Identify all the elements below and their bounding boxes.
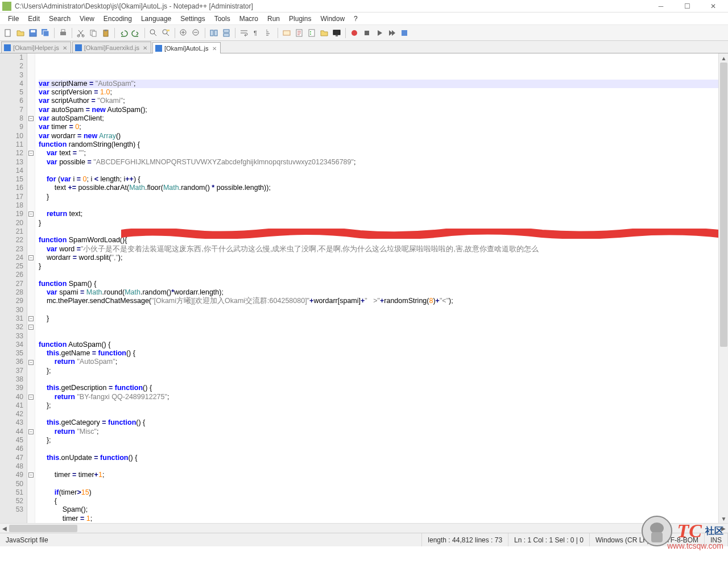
lang-button[interactable] — [281, 27, 292, 39]
zoom-out-button[interactable] — [191, 27, 202, 39]
indent-guide-button[interactable] — [263, 27, 275, 39]
monitor-button[interactable] — [331, 27, 342, 39]
code-line[interactable]: if(timer>15) — [39, 488, 728, 497]
replace-button[interactable] — [160, 27, 172, 39]
cut-button[interactable] — [75, 27, 86, 39]
code-line[interactable] — [39, 375, 728, 384]
menu-tools[interactable]: Tools — [210, 14, 235, 24]
code-line[interactable]: Spam(); — [39, 505, 728, 514]
code-line[interactable]: text += possible.charAt(Math.floor(Math.… — [39, 184, 728, 192]
code-line[interactable]: }; — [39, 367, 728, 375]
code-line[interactable]: timer = 1; — [39, 515, 728, 523]
code-line[interactable]: this.onUpdate = function() { — [39, 454, 728, 462]
scroll-right-arrow[interactable]: ▶ — [719, 524, 728, 533]
doc-map-button[interactable] — [293, 27, 305, 39]
code-line[interactable]: mc.thePlayer.sendChatMessage("[Okami方曦][… — [39, 297, 728, 305]
code-line[interactable]: } — [39, 314, 728, 323]
fold-toggle[interactable]: − — [28, 255, 34, 260]
code-line[interactable]: } — [39, 219, 728, 227]
code-line[interactable] — [39, 480, 728, 488]
code-line[interactable]: }; — [39, 401, 728, 410]
code-line[interactable]: var scriptName = "AutoSpam"; — [39, 80, 728, 88]
code-line[interactable]: var word ="小伙子是不是变着法装逼呢这废东西,你干什么武功这么慢,成米… — [39, 245, 728, 254]
code-line[interactable]: { — [39, 497, 728, 505]
stop-button[interactable] — [361, 27, 373, 39]
code-line[interactable]: var autoSpam = new AutoSpam(); — [39, 106, 728, 114]
code-line[interactable] — [39, 227, 728, 236]
code-line[interactable] — [39, 306, 728, 314]
tab-okamifauerxikdjs[interactable]: [Okami]Fauerxikd.js✕ — [72, 42, 151, 53]
play-button[interactable] — [374, 27, 385, 39]
fold-toggle[interactable]: − — [28, 395, 34, 400]
code-line[interactable]: var autoSpamClient; — [39, 114, 728, 123]
code-line[interactable]: var possible = "ABCDEFGHIJKLMNOPQRSTUVWX… — [39, 158, 728, 167]
tab-close-icon[interactable]: ✕ — [143, 45, 148, 51]
fold-toggle[interactable]: − — [28, 151, 34, 156]
menu-language[interactable]: Language — [136, 14, 176, 24]
menu-file[interactable]: File — [3, 14, 23, 24]
menu-search[interactable]: Search — [44, 14, 75, 24]
fold-toggle[interactable]: − — [28, 360, 34, 365]
code-line[interactable]: var timer = 0; — [39, 123, 728, 131]
new-file-button[interactable] — [2, 27, 14, 39]
fold-toggle[interactable]: − — [28, 316, 34, 321]
code-line[interactable]: return "AutoSpam"; — [39, 358, 728, 366]
code-line[interactable]: var spami = Math.round(Math.random()*wor… — [39, 288, 728, 297]
open-file-button[interactable] — [15, 27, 26, 39]
find-button[interactable] — [148, 27, 159, 39]
scroll-up-arrow[interactable]: ▲ — [719, 53, 728, 63]
code-line[interactable] — [39, 462, 728, 471]
code-line[interactable]: var text = ""; — [39, 149, 728, 157]
save-macro-button[interactable] — [399, 27, 410, 39]
code-line[interactable]: this.getCategory = function() { — [39, 418, 728, 427]
code-line[interactable]: return "Misc"; — [39, 428, 728, 436]
menu-view[interactable]: View — [75, 14, 99, 24]
code-line[interactable]: } — [39, 193, 728, 201]
fold-toggle[interactable]: − — [28, 429, 34, 434]
code-line[interactable]: for (var i = 0; i < length; i++) { — [39, 175, 728, 184]
play-multi-button[interactable] — [386, 27, 398, 39]
horizontal-scrollbar[interactable]: ◀ ▶ — [0, 523, 728, 533]
paste-button[interactable] — [100, 27, 111, 39]
code-line[interactable]: function randomString(length) { — [39, 140, 728, 149]
undo-button[interactable] — [118, 27, 129, 39]
fold-toggle[interactable]: − — [28, 116, 34, 121]
maximize-button[interactable]: ☐ — [679, 2, 695, 11]
menu-encoding[interactable]: Encoding — [99, 14, 136, 24]
sync-h-button[interactable] — [221, 27, 232, 39]
code-line[interactable] — [39, 167, 728, 175]
tab-close-icon[interactable]: ✕ — [212, 45, 218, 51]
fold-toggle[interactable]: − — [28, 212, 34, 217]
menu-help[interactable]: ? — [349, 14, 362, 24]
code-line[interactable] — [39, 445, 728, 453]
show-all-chars-button[interactable]: ¶ — [251, 27, 262, 39]
zoom-in-button[interactable] — [178, 27, 189, 39]
code-line[interactable] — [39, 271, 728, 279]
code-line[interactable]: this.getName = function() { — [39, 349, 728, 358]
code-line[interactable]: return "BY-fangxi QQ-2489912275"; — [39, 393, 728, 401]
scroll-thumb-h[interactable] — [9, 525, 77, 532]
code-line[interactable]: function SpamWordLoad(){ — [39, 236, 728, 244]
save-all-button[interactable] — [40, 27, 51, 39]
code-line[interactable]: var scriptVersion = 1.0; — [39, 88, 728, 97]
menu-macro[interactable]: Macro — [235, 14, 263, 24]
func-list-button[interactable] — [306, 27, 317, 39]
code-line[interactable]: this.getDescription = function() { — [39, 384, 728, 392]
fold-toggle[interactable]: − — [28, 325, 34, 330]
scroll-thumb-v[interactable] — [720, 63, 727, 347]
wordwrap-button[interactable] — [238, 27, 250, 39]
code-line[interactable]: var scriptAuthor = "Okami"; — [39, 97, 728, 105]
code-line[interactable]: var wordarr = new Array() — [39, 132, 728, 140]
code-line[interactable]: } — [39, 262, 728, 271]
tab-close-icon[interactable]: ✕ — [63, 45, 68, 51]
menu-run[interactable]: Run — [263, 14, 284, 24]
tab-okamihelperjs[interactable]: [Okami]Helper.js✕ — [1, 42, 71, 53]
close-button[interactable]: ✕ — [705, 2, 721, 11]
print-button[interactable] — [57, 27, 69, 39]
scroll-down-arrow[interactable]: ▼ — [719, 514, 728, 523]
code-line[interactable]: function AutoSpam() { — [39, 341, 728, 349]
code-line[interactable]: function Spam() { — [39, 280, 728, 288]
code-line[interactable]: }; — [39, 436, 728, 445]
minimize-button[interactable]: ─ — [653, 2, 669, 11]
tab-okamiautoljs[interactable]: [Okami]AutoL.js✕ — [152, 42, 221, 53]
